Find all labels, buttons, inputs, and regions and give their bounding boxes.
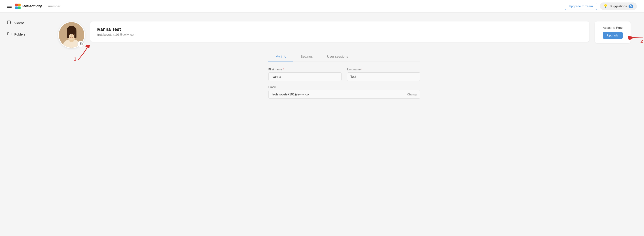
- first-name-group: First name*: [268, 68, 342, 81]
- email-form-row: Email Change: [268, 85, 420, 99]
- first-name-input[interactable]: [268, 72, 342, 81]
- folders-icon: [7, 31, 12, 37]
- annotation-arrow-1: 1: [74, 45, 92, 62]
- tab-user-sessions[interactable]: User sessions: [320, 52, 355, 61]
- svg-rect-7: [67, 30, 69, 38]
- email-group: Email Change: [268, 85, 420, 99]
- logo-icon: [15, 3, 20, 9]
- sidebar-item-folders-label: Folders: [14, 32, 26, 36]
- svg-marker-1: [10, 21, 12, 23]
- last-name-required: *: [361, 68, 362, 71]
- last-name-label: Last name*: [347, 68, 420, 71]
- logo-area: Reflectivity | member: [15, 3, 60, 9]
- sidebar-item-videos[interactable]: Videos: [2, 17, 43, 28]
- tabs-area: My info Settings User sessions: [268, 52, 420, 61]
- camera-icon: [79, 42, 82, 46]
- sidebar: Videos Folders: [0, 12, 45, 236]
- camera-button[interactable]: [77, 41, 84, 47]
- hamburger-menu-icon[interactable]: [7, 5, 12, 8]
- brand-name: Reflectivity: [22, 4, 42, 8]
- info-card: Ivanna Test itrotskovets+101@swivl.com: [90, 21, 590, 42]
- form-area: First name* Last name* Email Change: [268, 68, 420, 99]
- email-label: Email: [268, 85, 420, 89]
- user-email: itrotskovets+101@swivl.com: [96, 33, 583, 36]
- layout: Videos Folders: [0, 12, 644, 236]
- svg-point-15: [80, 43, 82, 45]
- svg-point-11: [69, 34, 70, 35]
- logo-divider: |: [44, 4, 46, 8]
- suggestions-count-badge: 5: [628, 4, 633, 8]
- user-name: Ivanna Test: [96, 27, 583, 32]
- last-name-group: Last name*: [347, 68, 420, 81]
- videos-icon: [7, 20, 12, 26]
- first-name-required: *: [283, 68, 284, 71]
- topnav-left: Reflectivity | member: [7, 3, 60, 9]
- account-type: Free: [616, 26, 622, 29]
- email-input-wrapper: Change: [268, 90, 420, 99]
- profile-section: 1 Ivanna Test itrotskovets+101@swivl.com…: [58, 21, 630, 48]
- svg-point-13: [71, 35, 72, 36]
- change-email-link[interactable]: Change: [407, 93, 417, 96]
- email-input[interactable]: [268, 90, 420, 99]
- svg-point-12: [73, 34, 74, 35]
- first-name-label: First name*: [268, 68, 342, 71]
- account-label: Account: Free: [600, 26, 625, 29]
- tab-my-info[interactable]: My info: [268, 52, 294, 61]
- avatar-wrapper: 1: [58, 21, 85, 48]
- upgrade-to-team-button[interactable]: Upgrade to Team: [564, 3, 597, 10]
- last-name-input[interactable]: [347, 72, 420, 81]
- logo-role: member: [48, 4, 60, 8]
- main-content: 1 Ivanna Test itrotskovets+101@swivl.com…: [45, 12, 644, 236]
- sidebar-item-videos-label: Videos: [14, 21, 24, 25]
- tab-settings[interactable]: Settings: [294, 52, 320, 61]
- account-card: Account: Free Upgrade: [595, 21, 630, 43]
- svg-rect-0: [8, 21, 10, 24]
- upgrade-button[interactable]: Upgrade: [603, 32, 623, 39]
- name-form-row: First name* Last name*: [268, 68, 420, 81]
- suggestions-button[interactable]: 💡 Suggestions 5: [600, 2, 637, 10]
- svg-rect-8: [74, 30, 76, 38]
- account-section: Account: Free Upgrade: [595, 21, 630, 43]
- suggestions-label: Suggestions: [610, 4, 627, 8]
- topnav: Reflectivity | member Upgrade to Team 💡 …: [0, 0, 644, 12]
- topnav-right: Upgrade to Team 💡 Suggestions 5: [564, 2, 637, 10]
- bulb-icon: 💡: [603, 4, 608, 8]
- sidebar-item-folders[interactable]: Folders: [2, 29, 43, 40]
